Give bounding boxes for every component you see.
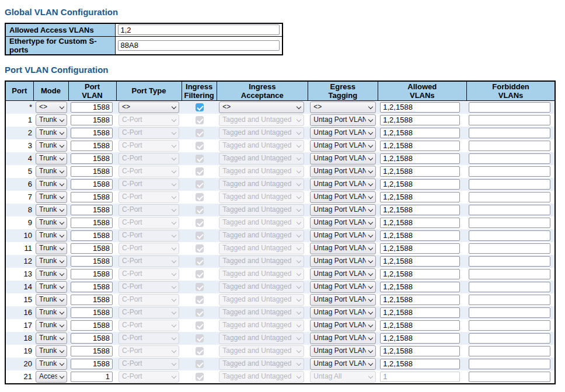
- port-vlan-input[interactable]: [71, 346, 113, 356]
- egress-tagging-select[interactable]: Untag Port VLAN: [310, 127, 376, 139]
- egress-tagging-select[interactable]: Untag Port VLAN: [310, 166, 376, 177]
- egress-tagging-select[interactable]: Untag Port VLAN: [310, 268, 376, 280]
- ingress-acceptance-select[interactable]: <>: [219, 102, 304, 113]
- mode-select[interactable]: Trunk: [36, 127, 67, 139]
- allowed-vlans-input[interactable]: [380, 282, 460, 292]
- forbidden-vlans-input[interactable]: [469, 141, 550, 151]
- forbidden-vlans-input[interactable]: [469, 102, 550, 113]
- egress-tagging-select[interactable]: Untag Port VLAN: [310, 217, 376, 229]
- egress-tagging-select[interactable]: Untag Port VLAN: [310, 153, 376, 164]
- forbidden-vlans-input[interactable]: [469, 282, 550, 292]
- allowed-vlans-input[interactable]: [380, 346, 460, 356]
- forbidden-vlans-input[interactable]: [469, 256, 550, 267]
- mode-select[interactable]: Trunk: [36, 230, 67, 242]
- mode-select[interactable]: Trunk: [36, 217, 67, 229]
- ingress-filtering-checkbox[interactable]: [196, 103, 204, 111]
- allowed-vlans-input[interactable]: [380, 320, 460, 331]
- egress-tagging-select[interactable]: Untag Port VLAN: [310, 256, 376, 267]
- mode-select[interactable]: Trunk: [36, 140, 67, 152]
- allowed-vlans-input[interactable]: [380, 205, 460, 215]
- mode-select[interactable]: Trunk: [36, 191, 67, 203]
- port-vlan-input[interactable]: [71, 128, 113, 138]
- port-type-select[interactable]: <>: [118, 102, 179, 113]
- mode-select[interactable]: Trunk: [36, 307, 67, 318]
- allowed-vlans-input[interactable]: [380, 153, 460, 164]
- forbidden-vlans-input[interactable]: [469, 320, 550, 331]
- ethertype-input[interactable]: [118, 40, 280, 51]
- allowed-vlans-input[interactable]: [380, 243, 460, 254]
- allowed-vlans-input[interactable]: [380, 295, 460, 305]
- forbidden-vlans-input[interactable]: [469, 192, 550, 202]
- port-vlan-input[interactable]: [71, 166, 113, 177]
- allowed-vlans-input[interactable]: [380, 359, 460, 369]
- mode-select[interactable]: Trunk: [36, 153, 67, 164]
- forbidden-vlans-input[interactable]: [469, 243, 550, 254]
- port-vlan-input[interactable]: [71, 205, 113, 215]
- mode-select[interactable]: Trunk: [36, 281, 67, 293]
- mode-select[interactable]: <>: [36, 102, 67, 113]
- allowed-vlans-input[interactable]: [380, 179, 460, 190]
- egress-tagging-select[interactable]: <>: [310, 102, 376, 113]
- forbidden-vlans-input[interactable]: [469, 230, 550, 241]
- port-vlan-input[interactable]: [71, 282, 113, 292]
- allowed-vlans-input[interactable]: [380, 230, 460, 241]
- forbidden-vlans-input[interactable]: [469, 333, 550, 344]
- egress-tagging-select[interactable]: Untag Port VLAN: [310, 294, 376, 306]
- port-vlan-input[interactable]: [71, 359, 113, 369]
- allowed-vlans-input[interactable]: [380, 192, 460, 202]
- port-vlan-input[interactable]: [71, 153, 113, 164]
- egress-tagging-select[interactable]: Untag Port VLAN: [310, 140, 376, 152]
- egress-tagging-select[interactable]: Untag Port VLAN: [310, 281, 376, 293]
- allowed-vlans-input[interactable]: [380, 307, 460, 318]
- port-vlan-input[interactable]: [71, 102, 113, 113]
- mode-select[interactable]: Trunk: [36, 178, 67, 190]
- mode-select[interactable]: Trunk: [36, 358, 67, 370]
- egress-tagging-select[interactable]: Untag Port VLAN: [310, 345, 376, 357]
- port-vlan-input[interactable]: [71, 141, 113, 151]
- forbidden-vlans-input[interactable]: [469, 295, 550, 305]
- egress-tagging-select[interactable]: Untag Port VLAN: [310, 230, 376, 242]
- port-vlan-input[interactable]: [71, 307, 113, 318]
- egress-tagging-select[interactable]: Untag Port VLAN: [310, 178, 376, 190]
- mode-select[interactable]: Trunk: [36, 320, 67, 331]
- forbidden-vlans-input[interactable]: [469, 307, 550, 318]
- forbidden-vlans-input[interactable]: [469, 218, 550, 228]
- port-vlan-input[interactable]: [71, 269, 113, 279]
- allowed-access-vlans-input[interactable]: [118, 24, 280, 35]
- port-vlan-input[interactable]: [71, 243, 113, 254]
- forbidden-vlans-input[interactable]: [469, 269, 550, 279]
- mode-select[interactable]: Trunk: [36, 204, 67, 216]
- egress-tagging-select[interactable]: Untag Port VLAN: [310, 307, 376, 318]
- egress-tagging-select[interactable]: Untag Port VLAN: [310, 114, 376, 126]
- port-vlan-input[interactable]: [71, 320, 113, 331]
- forbidden-vlans-input[interactable]: [469, 359, 550, 369]
- egress-tagging-select[interactable]: Untag Port VLAN: [310, 204, 376, 216]
- mode-select[interactable]: Trunk: [36, 256, 67, 267]
- mode-select[interactable]: Trunk: [36, 166, 67, 177]
- mode-select[interactable]: Trunk: [36, 243, 67, 254]
- mode-select[interactable]: Trunk: [36, 114, 67, 126]
- port-vlan-input[interactable]: [71, 372, 113, 382]
- allowed-vlans-input[interactable]: [380, 128, 460, 138]
- forbidden-vlans-input[interactable]: [469, 179, 550, 190]
- mode-select[interactable]: Trunk: [36, 294, 67, 306]
- mode-select[interactable]: Trunk: [36, 345, 67, 357]
- forbidden-vlans-input[interactable]: [469, 166, 550, 177]
- port-vlan-input[interactable]: [71, 256, 113, 267]
- port-vlan-input[interactable]: [71, 230, 113, 241]
- forbidden-vlans-input[interactable]: [469, 346, 550, 356]
- port-vlan-input[interactable]: [71, 218, 113, 228]
- forbidden-vlans-input[interactable]: [469, 372, 550, 382]
- egress-tagging-select[interactable]: Untag Port VLAN: [310, 332, 376, 344]
- forbidden-vlans-input[interactable]: [469, 115, 550, 125]
- mode-select[interactable]: Trunk: [36, 268, 67, 280]
- port-vlan-input[interactable]: [71, 115, 113, 125]
- allowed-vlans-input[interactable]: [380, 256, 460, 267]
- egress-tagging-select[interactable]: Untag Port VLAN: [310, 191, 376, 203]
- port-vlan-input[interactable]: [71, 295, 113, 305]
- port-vlan-input[interactable]: [71, 179, 113, 190]
- egress-tagging-select[interactable]: Untag Port VLAN: [310, 320, 376, 331]
- port-vlan-input[interactable]: [71, 192, 113, 202]
- egress-tagging-select[interactable]: Untag Port VLAN: [310, 358, 376, 370]
- port-vlan-input[interactable]: [71, 333, 113, 344]
